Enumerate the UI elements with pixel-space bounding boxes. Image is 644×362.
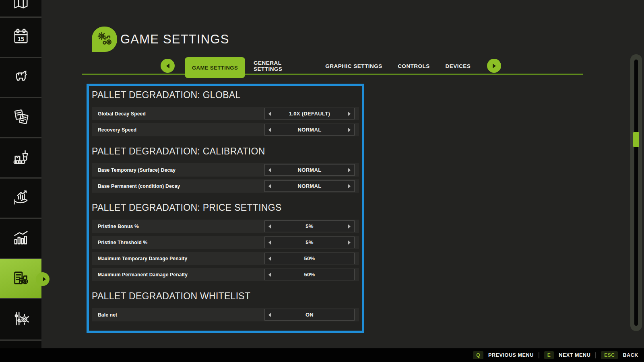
finances-icon <box>12 188 30 208</box>
selector-value: 50% <box>271 272 348 278</box>
setting-row-max-temporary-penalty: Maximum Temporary Damage Penalty 50% <box>92 252 359 265</box>
back-hint[interactable]: BACK <box>623 352 638 358</box>
next-menu-hint[interactable]: NEXT MENU <box>559 352 590 358</box>
tab-controls[interactable]: CONTROLS <box>398 57 430 75</box>
page-title-icon <box>92 27 117 52</box>
setting-label: Recovery Speed <box>98 127 136 133</box>
sidebar-item-map[interactable] <box>0 0 41 18</box>
svg-text:15: 15 <box>18 35 24 42</box>
map-icon <box>12 4 30 13</box>
production-icon <box>12 148 30 168</box>
selector-value: 1.0X (DEFAULT) <box>271 111 348 117</box>
section-title: PALLET DEGRADATION: PRICE SETTINGS <box>92 202 359 213</box>
setting-row-pristine-threshold: Pristine Threshold % 5% <box>92 236 359 249</box>
sidebar-item-game-settings[interactable] <box>0 259 41 299</box>
setting-row-base-temporary-decay: Base Temporary (Surface) Decay NORMAL <box>92 163 359 177</box>
scrollbar-thumb[interactable] <box>633 132 639 147</box>
tab-game-settings[interactable]: GAME SETTINGS <box>185 57 245 78</box>
hint-divider <box>595 352 596 358</box>
setting-row-base-permanent-decay: Base Permanent (condition) Decay NORMAL <box>92 179 359 193</box>
selector-value: ON <box>271 312 348 318</box>
selector-value: 5% <box>271 239 348 245</box>
increment-arrow-icon[interactable] <box>348 112 351 116</box>
increment-arrow-hidden <box>348 273 351 277</box>
increment-arrow-hidden <box>348 313 351 317</box>
setting-label: Base Temporary (Surface) Decay <box>98 167 175 173</box>
sliders-gear-icon <box>12 309 30 329</box>
setting-row-pristine-bonus: Pristine Bonus % 5% <box>92 220 359 233</box>
game-settings-icon <box>12 269 30 289</box>
sidebar: 15 <box>0 0 41 348</box>
recovery-speed-selector[interactable]: NORMAL <box>264 124 355 136</box>
bale-net-selector[interactable]: ON <box>264 309 355 321</box>
max-permanent-penalty-selector[interactable]: 50% <box>264 269 355 280</box>
setting-label: Global Decay Speed <box>98 111 146 117</box>
sidebar-item-production[interactable] <box>0 138 41 179</box>
chevron-left-icon <box>166 64 169 68</box>
cow-icon <box>12 68 30 88</box>
page-title: GAME SETTINGS <box>120 32 229 47</box>
global-decay-speed-selector[interactable]: 1.0X (DEFAULT) <box>264 108 355 119</box>
setting-label: Maximum Permanent Damage Penalty <box>98 272 188 278</box>
hint-divider <box>539 352 539 358</box>
sidebar-item-calendar[interactable]: 15 <box>0 18 41 58</box>
max-temporary-penalty-selector[interactable]: 50% <box>264 253 355 264</box>
increment-arrow-icon[interactable] <box>348 241 351 245</box>
selector-value: 50% <box>271 255 348 261</box>
selector-value: NORMAL <box>271 183 348 189</box>
tabs-prev-button[interactable] <box>161 59 175 73</box>
pristine-bonus-selector[interactable]: 5% <box>264 220 355 232</box>
key-q-badge: Q <box>473 351 483 359</box>
section-title: PALLET DEGRADATION: GLOBAL <box>92 90 359 101</box>
base-temporary-decay-selector[interactable]: NORMAL <box>264 164 355 176</box>
tabs-next-button[interactable] <box>487 59 501 73</box>
setting-row-bale-net: Bale net ON <box>92 308 359 321</box>
contracts-icon <box>12 108 30 128</box>
tab-general-settings[interactable]: GENERAL SETTINGS <box>254 57 311 75</box>
previous-menu-hint[interactable]: PREVIOUS MENU <box>488 352 534 358</box>
tab-graphic-settings[interactable]: GRAPHIC SETTINGS <box>325 57 382 75</box>
settings-panel-highlighted: PALLET DEGRADATION: GLOBAL Global Decay … <box>87 84 364 333</box>
setting-label: Maximum Temporary Damage Penalty <box>98 256 187 261</box>
section-title: PALLET DEGRADATION WHITELIST <box>92 291 359 302</box>
setting-label: Base Permanent (condition) Decay <box>98 183 180 189</box>
setting-row-global-decay-speed: Global Decay Speed 1.0X (DEFAULT) <box>92 107 359 120</box>
section-title: PALLET DEGRADATION: CALIBRATION <box>92 146 359 157</box>
tab-devices[interactable]: DEVICES <box>445 57 471 75</box>
selector-value: NORMAL <box>271 167 348 173</box>
selector-value: 5% <box>271 223 348 229</box>
setting-row-recovery-speed: Recovery Speed NORMAL <box>92 123 359 136</box>
active-item-bump <box>36 272 50 286</box>
key-e-badge: E <box>544 351 554 359</box>
footer-hint-bar: Q PREVIOUS MENU E NEXT MENU ESC BACK <box>0 348 644 362</box>
increment-arrow-hidden <box>348 257 351 261</box>
scrollbar-track[interactable] <box>634 60 638 326</box>
pristine-threshold-selector[interactable]: 5% <box>264 237 355 248</box>
sidebar-item-animals[interactable] <box>0 58 41 98</box>
setting-label: Pristine Bonus % <box>98 224 139 229</box>
statistics-icon <box>12 228 30 249</box>
key-esc-badge: ESC <box>601 351 618 359</box>
sidebar-item-statistics[interactable] <box>0 219 41 259</box>
base-permanent-decay-selector[interactable]: NORMAL <box>264 180 355 192</box>
tabs-underline <box>82 74 583 75</box>
increment-arrow-icon[interactable] <box>348 128 351 132</box>
increment-arrow-icon[interactable] <box>348 224 351 228</box>
calendar-icon: 15 <box>12 27 30 47</box>
increment-arrow-icon[interactable] <box>348 184 351 188</box>
setting-label: Bale net <box>98 312 117 318</box>
active-item-pointer-icon <box>43 277 46 281</box>
selector-value: NORMAL <box>271 127 348 133</box>
chevron-right-icon <box>493 64 496 68</box>
sidebar-item-finances[interactable] <box>0 179 41 219</box>
setting-label: Pristine Threshold % <box>98 240 147 245</box>
sidebar-item-contracts[interactable] <box>0 98 41 138</box>
page-scrollbar[interactable] <box>630 54 642 331</box>
increment-arrow-icon[interactable] <box>348 168 351 172</box>
sidebar-item-advanced-settings[interactable] <box>0 299 41 341</box>
setting-row-max-permanent-penalty: Maximum Permanent Damage Penalty 50% <box>92 268 359 281</box>
